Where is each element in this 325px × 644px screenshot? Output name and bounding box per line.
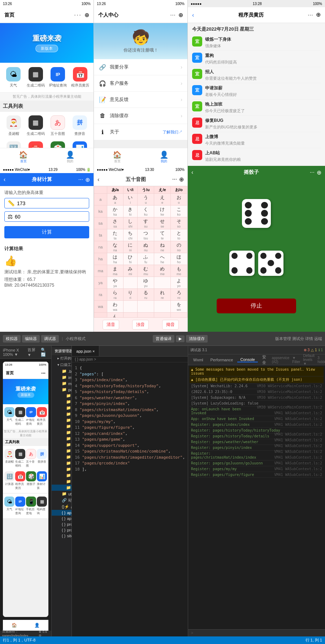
h-ta-ta[interactable]: たta — [107, 229, 123, 241]
btn-semi[interactable]: 拗音 — [162, 320, 179, 330]
dice-camera[interactable]: ⊕ — [317, 169, 321, 176]
mini-pinyin[interactable]: 拼查拼音 — [37, 447, 47, 469]
h-ta-tsu[interactable]: つtsu — [138, 229, 154, 241]
h-sa-se[interactable]: せse — [154, 217, 170, 229]
hiragana-back[interactable]: ‹ — [98, 176, 99, 183]
simulator-btn[interactable]: 模拟器 — [3, 335, 21, 343]
h-a-e[interactable]: えe — [154, 194, 170, 206]
mini-phone-icon[interactable]: 📱手机百度地 — [26, 495, 36, 517]
h-ta-to[interactable]: とto — [170, 229, 187, 241]
filetree-appjson[interactable]: { } app.json — [52, 510, 72, 516]
h-a-i[interactable]: いi — [123, 194, 137, 206]
h-ma-mo[interactable]: もmo — [170, 265, 187, 277]
h-ra-ra[interactable]: らra — [107, 289, 123, 301]
h-ka-ka[interactable]: かka — [107, 206, 123, 217]
calendar-back[interactable]: ‹ — [192, 12, 194, 18]
h-ha-fu[interactable]: ふfu — [138, 253, 154, 265]
h-ta-chi[interactable]: ちchi — [123, 229, 137, 241]
filetree-qrcode[interactable]: 📁 qrcode — [52, 472, 72, 478]
filetree-mobilehome[interactable]: 📁 MobileHome — [52, 454, 72, 460]
h-ka-ku[interactable]: くku — [138, 206, 154, 217]
filetree-appwxss[interactable]: { } app.wxss — [52, 516, 72, 521]
mini-ip2[interactable]: IPIP地址查询 — [15, 495, 25, 517]
filetree-weather[interactable]: 📁 weather — [52, 485, 72, 491]
nav-my2[interactable]: 👤 我的 — [141, 148, 188, 166]
calendar-dots[interactable]: ··· — [308, 11, 313, 19]
mini-dots[interactable]: ··· — [41, 370, 46, 376]
h-ra-ri[interactable]: りri — [123, 289, 137, 301]
h-na-ni[interactable]: にni — [123, 241, 137, 253]
btn-clear[interactable]: 清音 — [103, 320, 119, 330]
tool-qrcode[interactable]: ▦ 生成二维码 — [25, 65, 46, 90]
bmi-dots[interactable]: ··· — [78, 176, 83, 183]
personal-camera-icon[interactable]: ⊕ — [178, 12, 183, 18]
code-editor[interactable]: 1 { 2 "pages": [ 3 "pages/index/index", … — [72, 362, 188, 636]
editor-btn[interactable]: 编辑器 — [22, 335, 40, 343]
filetree-calc[interactable]: 📁 calc — [52, 393, 72, 399]
tab-perf[interactable]: Performance — [208, 358, 236, 362]
filetree-privatejson[interactable]: { } project.private.config.json — [52, 527, 72, 533]
mini-tool-weather[interactable]: 🌤 天气 — [4, 406, 14, 427]
h-ma-me[interactable]: めme — [154, 265, 170, 277]
h-a-u[interactable]: うu — [138, 194, 154, 206]
filetree-codepars[interactable]: 📁 codePars — [52, 411, 72, 417]
hiragana-dots[interactable]: ··· — [172, 176, 177, 183]
filetree-cand[interactable]: 📁 cand — [52, 399, 72, 405]
filetree-sitemapjson[interactable]: { } sitemap.json — [52, 533, 72, 539]
h-ra-ru[interactable]: るru — [138, 289, 154, 301]
mini-nav-home[interactable]: 🏠 — [12, 623, 17, 628]
tool-ip[interactable]: IP IP地址查询 — [48, 65, 69, 90]
filetree-pinyin[interactable]: 📁 pinyin — [52, 466, 72, 472]
h-ka-ki[interactable]: きki — [123, 206, 137, 217]
mini-nav-my[interactable]: 👤 — [34, 623, 40, 628]
weight-input[interactable] — [15, 214, 86, 220]
filetree-my[interactable]: 📁 my — [52, 460, 72, 466]
mini-tool-cal[interactable]: 📅 程序员黄历 — [37, 406, 47, 427]
mini-dice[interactable]: 🎲摇骰子 — [26, 470, 36, 491]
h-sa-so[interactable]: そso — [170, 217, 187, 229]
filetree-url[interactable]: 🔗 站长图库.url — [52, 497, 72, 504]
hiragana-camera[interactable]: ⊕ — [179, 176, 184, 183]
tool-calendar-top[interactable]: 📅 程序员黄历 — [70, 65, 91, 90]
filetree-support[interactable]: 📁 support — [52, 478, 72, 485]
bmi-weight-row[interactable]: ⚖ — [4, 211, 89, 222]
h-na-nu[interactable]: ぬnu — [138, 241, 154, 253]
mini-weather2[interactable]: 🌤天气 — [4, 495, 14, 517]
h-ma-mi[interactable]: みmi — [123, 265, 137, 277]
mini-qr3[interactable]: ▦电码查询 — [37, 495, 47, 517]
tool-pinyin[interactable]: 拼 查拼音 — [69, 113, 91, 138]
filetree-images[interactable]: 📁 images — [52, 374, 72, 380]
preview-btn[interactable]: ▶ — [176, 335, 185, 342]
h-na-no[interactable]: のno — [170, 241, 187, 253]
filetree-editor-group[interactable]: ▸ 打开的编辑器 — [52, 355, 72, 362]
tab-security[interactable]: 安全 — [259, 354, 269, 365]
filetree-root[interactable]: ▾ 口袋工具-站长图库 — [52, 362, 72, 368]
stop-button[interactable]: 停止 — [217, 299, 296, 313]
bmi-camera[interactable]: ⊕ — [85, 176, 90, 183]
tool-santa[interactable]: 🎅 圣诞帽 — [3, 113, 24, 138]
h-ya-ya[interactable]: やya — [107, 277, 123, 289]
menu-share[interactable]: 🔗 我要分享 › — [94, 59, 187, 75]
mini-calc[interactable]: 🔢计算器 — [4, 470, 14, 491]
menu-service[interactable]: 🎧 客户服务 › — [94, 75, 187, 92]
mini-tool-qr[interactable]: ▦ 生成二维码 — [15, 406, 25, 427]
tool-weather[interactable]: 🌤 天气 — [3, 65, 24, 90]
nav-my[interactable]: 👤 我的 — [47, 148, 94, 166]
h-ha-ha[interactable]: はha — [107, 253, 123, 265]
console-input[interactable] — [193, 631, 322, 635]
home-camera-icon[interactable]: ⊕ — [84, 12, 89, 18]
personal-dots[interactable]: ··· — [170, 11, 176, 19]
home-dots[interactable]: ··· — [74, 11, 82, 19]
h-ha-he[interactable]: へhe — [154, 253, 170, 265]
dice-back[interactable]: ‹ — [191, 169, 193, 176]
tab-console[interactable]: Console — [237, 357, 257, 362]
h-wa-wa[interactable]: わwa — [107, 301, 123, 313]
filetree-projectjson[interactable]: { } project.config.json — [52, 521, 72, 527]
h-a-a[interactable]: あa — [107, 194, 123, 206]
filetree-pages[interactable]: 📁 pages — [52, 387, 72, 393]
filetree-gojuuonn[interactable]: 📁 goJuuonn — [52, 429, 72, 436]
h-sa-su[interactable]: すsu — [138, 217, 154, 229]
menu-feedback[interactable]: 📝 意见反馈 › — [94, 92, 187, 108]
btn-voiced[interactable]: 浊音 — [132, 320, 149, 330]
tool-qrcode2[interactable]: ▦ 生成二维码 — [25, 113, 46, 138]
